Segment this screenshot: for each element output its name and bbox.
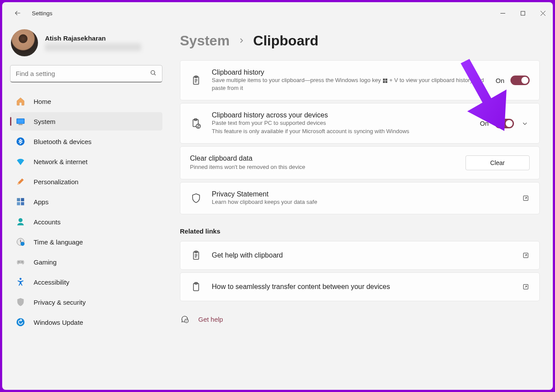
update-icon xyxy=(15,317,26,327)
nav-item-bluetooth[interactable]: Bluetooth & devices xyxy=(10,132,162,151)
maximize-button[interactable] xyxy=(513,6,533,21)
card-subtitle-2: This feature is only available if your M… xyxy=(212,127,470,135)
privacy-statement-card[interactable]: Privacy Statement Learn how clipboard ke… xyxy=(180,182,540,214)
svg-line-5 xyxy=(154,74,155,75)
expand-button[interactable] xyxy=(520,119,530,128)
link-title: Get help with clipboard xyxy=(212,251,512,259)
nav-item-system[interactable]: System xyxy=(10,112,162,131)
card-subtitle: Pinned items won't be removed on this de… xyxy=(190,163,305,171)
svg-rect-8 xyxy=(18,124,22,125)
profile-section[interactable]: Atish Rajasekharan xyxy=(7,24,165,65)
nav-label: Windows Update xyxy=(34,319,83,326)
privacy-icon xyxy=(15,297,26,307)
nav-item-update[interactable]: Windows Update xyxy=(10,313,162,331)
nav-label: Bluetooth & devices xyxy=(34,138,92,145)
related-links-heading: Related links xyxy=(180,227,540,235)
svg-rect-1 xyxy=(521,11,525,15)
apps-icon xyxy=(15,196,26,207)
external-link-icon xyxy=(522,251,530,259)
close-button[interactable] xyxy=(533,6,553,21)
profile-email-blurred xyxy=(45,43,141,51)
settings-window: Settings Atish Rajasekharan xyxy=(2,2,553,390)
svg-rect-13 xyxy=(21,202,24,205)
svg-rect-27 xyxy=(385,79,387,81)
svg-rect-11 xyxy=(21,198,24,201)
sidebar: Atish Rajasekharan Home xyxy=(2,24,170,390)
nav-label: Accounts xyxy=(34,218,61,226)
svg-rect-10 xyxy=(17,198,20,201)
bluetooth-icon xyxy=(15,136,26,147)
close-icon xyxy=(541,11,545,16)
nav-label: Gaming xyxy=(34,258,57,266)
clipboard-sync-icon xyxy=(190,117,202,130)
search-input[interactable] xyxy=(16,70,150,77)
clipboard-history-toggle[interactable] xyxy=(510,76,530,85)
nav-label: Privacy & security xyxy=(34,299,86,306)
card-subtitle: Save multiple items to your clipboard—pr… xyxy=(212,76,486,92)
back-arrow-icon xyxy=(14,9,22,17)
clipboard-history-card: Clipboard history Save multiple items to… xyxy=(180,60,540,100)
nav-item-network[interactable]: Network & internet xyxy=(10,152,162,171)
breadcrumb-parent[interactable]: System xyxy=(180,33,230,49)
nav-label: Network & internet xyxy=(34,158,87,165)
svg-rect-26 xyxy=(383,79,385,81)
card-title: Privacy Statement xyxy=(212,190,512,198)
breadcrumb: System Clipboard xyxy=(180,33,540,49)
svg-point-16 xyxy=(21,242,24,246)
svg-point-14 xyxy=(18,218,22,222)
related-link-transfer-content[interactable]: How to seamlessly transfer content betwe… xyxy=(180,272,540,301)
nav-label: Apps xyxy=(34,198,48,206)
nav-item-home[interactable]: Home xyxy=(10,92,162,110)
time-icon xyxy=(15,237,26,247)
window-controls xyxy=(493,6,553,21)
sync-devices-toggle[interactable] xyxy=(495,119,514,128)
toggle-state-label: On xyxy=(496,77,504,84)
clear-button[interactable]: Clear xyxy=(465,155,530,170)
windows-logo-icon xyxy=(383,79,387,83)
nav-item-personalization[interactable]: Personalization xyxy=(10,172,162,191)
svg-rect-12 xyxy=(17,202,20,205)
minimize-button[interactable] xyxy=(493,6,513,21)
nav-label: System xyxy=(34,118,55,125)
accessibility-icon xyxy=(15,277,26,287)
card-subtitle: Paste text from your PC to supported dev… xyxy=(212,119,470,127)
card-subtitle: Learn how clipboard keeps your data safe xyxy=(212,198,512,206)
link-title: How to seamlessly transfer content betwe… xyxy=(212,283,512,291)
sync-devices-card: Clipboard history across your devices Pa… xyxy=(180,103,540,143)
nav-list: Home System Bluetooth & devices xyxy=(7,89,165,334)
clipboard-icon xyxy=(190,74,202,86)
svg-rect-7 xyxy=(17,119,24,123)
maximize-icon xyxy=(521,11,525,16)
svg-rect-29 xyxy=(385,81,387,83)
search-input-container[interactable] xyxy=(10,65,162,83)
svg-point-4 xyxy=(151,70,155,74)
svg-point-17 xyxy=(18,261,19,262)
minimize-icon xyxy=(500,11,505,16)
card-title: Clipboard history xyxy=(212,69,486,76)
nav-item-privacy[interactable]: Privacy & security xyxy=(10,293,162,311)
card-title: Clear clipboard data xyxy=(190,155,305,162)
card-title: Clipboard history across your devices xyxy=(212,111,470,119)
clipboard-outline-icon xyxy=(190,281,202,293)
svg-point-19 xyxy=(20,278,22,280)
network-icon xyxy=(15,156,26,167)
nav-label: Home xyxy=(34,98,51,105)
clipboard-icon xyxy=(190,249,202,261)
avatar xyxy=(11,29,38,56)
get-help-link[interactable]: ? Get help xyxy=(180,314,540,324)
svg-rect-28 xyxy=(383,81,385,83)
home-icon xyxy=(15,96,26,107)
nav-item-time[interactable]: Time & language xyxy=(10,233,162,251)
related-link-help-clipboard[interactable]: Get help with clipboard xyxy=(180,241,540,270)
breadcrumb-separator-icon xyxy=(238,36,245,46)
accounts-icon xyxy=(15,217,26,227)
chevron-down-icon xyxy=(522,120,528,127)
nav-item-apps[interactable]: Apps xyxy=(10,193,162,211)
back-button[interactable] xyxy=(9,4,27,22)
nav-item-accounts[interactable]: Accounts xyxy=(10,213,162,231)
titlebar: Settings xyxy=(2,2,553,24)
nav-item-accessibility[interactable]: Accessibility xyxy=(10,273,162,291)
nav-label: Personalization xyxy=(34,178,79,186)
nav-item-gaming[interactable]: Gaming xyxy=(10,253,162,271)
svg-point-18 xyxy=(22,261,23,262)
